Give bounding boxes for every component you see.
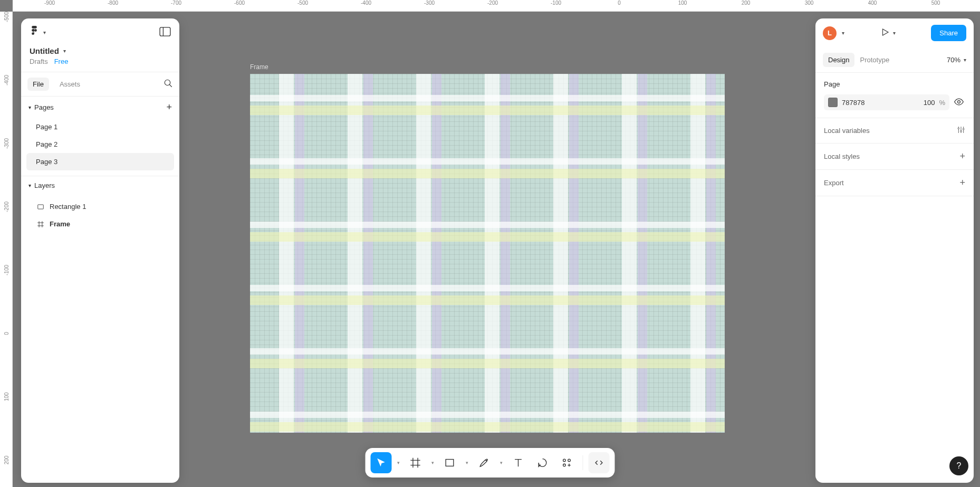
avatar-letter: L: [828, 29, 832, 37]
zoom-value: 70%: [947, 56, 960, 64]
page-section: Page 787878 100 %: [815, 73, 974, 118]
chevron-down-icon[interactable]: ▾: [842, 30, 844, 36]
breadcrumb-drafts[interactable]: Drafts: [30, 58, 48, 65]
tool-dev-mode[interactable]: [589, 452, 610, 473]
svg-rect-0: [160, 27, 170, 36]
chevron-down-icon[interactable]: ▾: [893, 30, 896, 36]
ruler-tick: 400: [868, 0, 877, 6]
tool-frame[interactable]: [405, 452, 426, 473]
chevron-down-icon[interactable]: ▾: [464, 460, 470, 465]
page-item[interactable]: Page 1: [26, 118, 174, 136]
local-variables-label: Local variables: [824, 127, 870, 135]
zoom-control[interactable]: 70% ▾: [947, 56, 966, 64]
svg-point-16: [963, 128, 964, 130]
figma-logo-icon: [30, 26, 39, 39]
tool-actions[interactable]: [556, 452, 578, 473]
ruler-horizontal: -900-800-700-600-500-400-300-200-1000100…: [13, 0, 980, 12]
settings-icon: [957, 126, 965, 136]
ruler-tick: -800: [108, 0, 118, 6]
local-variables-row[interactable]: Local variables: [815, 118, 974, 144]
chevron-down-icon: ▾: [28, 104, 31, 110]
layer-label: Rectangle 1: [50, 203, 86, 211]
page-item[interactable]: Page 2: [26, 136, 174, 153]
tool-move[interactable]: [371, 452, 392, 473]
help-button[interactable]: ?: [949, 456, 968, 475]
avatar[interactable]: L: [823, 26, 837, 40]
svg-point-10: [958, 101, 960, 103]
plan-badge[interactable]: Free: [54, 58, 69, 65]
color-swatch[interactable]: [828, 98, 838, 107]
tool-rectangle[interactable]: [439, 452, 460, 473]
present-button[interactable]: [880, 27, 890, 39]
layers-list: Rectangle 1Frame: [21, 195, 179, 236]
svg-rect-4: [38, 204, 44, 208]
main-menu-button[interactable]: ▾: [30, 26, 46, 39]
ruler-tick: -300: [424, 0, 435, 6]
plus-icon: +: [959, 177, 965, 188]
document-title[interactable]: Untitled ▾: [21, 44, 179, 55]
frame-label[interactable]: Frame: [250, 63, 268, 71]
rect-icon: [37, 203, 44, 211]
layers-label: Layers: [34, 182, 55, 189]
chevron-down-icon[interactable]: ▾: [429, 460, 436, 465]
export-label: Export: [824, 179, 844, 187]
svg-marker-9: [882, 29, 888, 35]
visibility-toggle[interactable]: [954, 97, 964, 109]
search-icon: [164, 79, 173, 88]
tool-comment[interactable]: [532, 452, 553, 473]
page-background-row[interactable]: 787878 100 %: [824, 94, 949, 110]
layer-label: Frame: [50, 220, 70, 228]
frame-icon: [37, 221, 44, 228]
ruler-vertical: -500-400-300-200-1000100200: [0, 12, 13, 487]
toolbar-divider: [583, 455, 583, 470]
ruler-tick: -300: [4, 138, 9, 149]
color-opacity[interactable]: 100: [919, 99, 935, 107]
ruler-tick: -200: [4, 202, 9, 212]
layer-item[interactable]: Frame: [26, 215, 174, 233]
left-panel: ▾ Untitled ▾ Drafts Free File Assets ▾ P…: [21, 18, 179, 483]
svg-point-25: [563, 459, 566, 462]
share-button[interactable]: Share: [931, 25, 966, 41]
tab-assets[interactable]: Assets: [54, 78, 85, 91]
tab-design[interactable]: Design: [823, 53, 854, 67]
percent-sign: %: [939, 99, 945, 107]
pages-label: Pages: [34, 103, 54, 111]
layer-item[interactable]: Rectangle 1: [26, 198, 174, 215]
export-row[interactable]: Export +: [815, 170, 974, 196]
svg-rect-21: [446, 460, 454, 466]
svg-point-26: [568, 459, 571, 462]
frame[interactable]: [250, 74, 725, 433]
chevron-down-icon: ▾: [28, 183, 31, 188]
svg-point-22: [486, 459, 488, 461]
ruler-tick: -700: [171, 0, 181, 6]
tool-text[interactable]: [508, 452, 529, 473]
ruler-tick: -500: [4, 12, 9, 22]
pages-section-header[interactable]: ▾ Pages +: [21, 97, 179, 118]
add-page-button[interactable]: +: [166, 102, 172, 113]
toolbar: ▾▾▾▾: [366, 448, 615, 478]
tool-pen[interactable]: [474, 452, 495, 473]
chevron-down-icon[interactable]: ▾: [395, 460, 402, 465]
ruler-tick: -500: [297, 0, 308, 6]
pages-list: Page 1Page 2Page 3: [21, 118, 179, 176]
chevron-down-icon: ▾: [63, 48, 66, 54]
svg-point-2: [165, 80, 170, 85]
color-hex[interactable]: 787878: [842, 99, 915, 107]
eye-icon: [954, 97, 964, 107]
layers-section-header[interactable]: ▾ Layers: [21, 176, 179, 195]
ruler-tick: 500: [931, 0, 940, 6]
ruler-tick: 100: [4, 391, 9, 402]
right-panel: L ▾ ▾ Share Design Prototype 70% ▾ Page …: [815, 18, 974, 483]
ruler-tick: -900: [44, 0, 55, 6]
panel-collapse-button[interactable]: [159, 27, 171, 38]
ruler-tick: 200: [4, 455, 9, 465]
search-button[interactable]: [164, 79, 173, 90]
local-styles-row[interactable]: Local styles +: [815, 144, 974, 170]
svg-point-14: [960, 130, 962, 132]
document-title-text: Untitled: [30, 46, 59, 55]
tab-prototype[interactable]: Prototype: [854, 53, 895, 67]
chevron-down-icon[interactable]: ▾: [498, 460, 505, 465]
ruler-tick: 100: [678, 0, 687, 6]
tab-file[interactable]: File: [27, 78, 49, 91]
page-item[interactable]: Page 3: [26, 153, 174, 170]
